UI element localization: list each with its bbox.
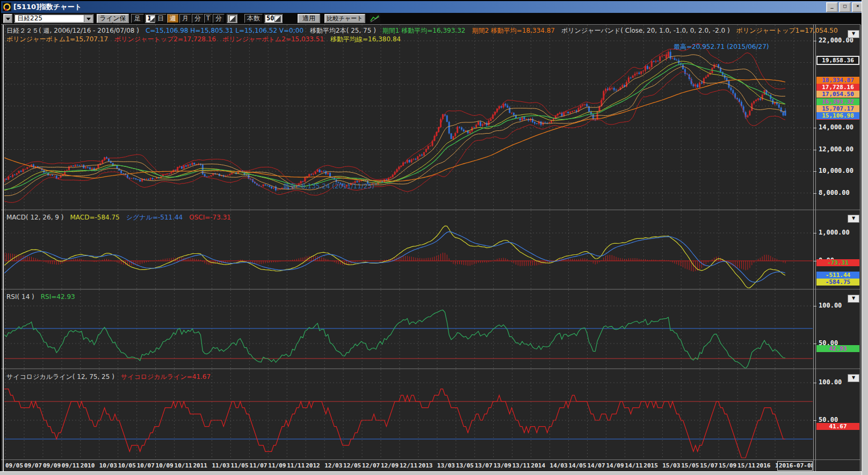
bollinger-bottom1-line <box>4 67 785 196</box>
rsi-grid <box>4 290 813 368</box>
x-axis-label: 10/09 <box>156 462 173 469</box>
x-axis-label: 10/07 <box>137 462 155 469</box>
x-axis-label: 11/03 <box>212 462 229 469</box>
price-axis-tickmark <box>813 128 816 128</box>
macd-histogram <box>4 253 785 272</box>
x-axis-label: 12/11 <box>400 462 417 469</box>
x-axis-label: 14/07 <box>587 462 605 469</box>
x-axis-label: 14/05 <box>569 462 587 469</box>
legend-segment: ボリンジャートップ2=17,728.16 <box>114 35 216 43</box>
legend-segment: ボリンジャートップ1=17,054.50 <box>736 27 838 34</box>
price-axis-tick: 12,000.00 <box>819 145 859 153</box>
x-axis-label: 09/11 <box>62 462 79 469</box>
x-axis-label: 11/05 <box>230 462 248 469</box>
x-axis-label: 13/09 <box>494 462 511 469</box>
price-axis-tick: 10,000.00 <box>819 167 859 174</box>
x-axis-label: 13/05 <box>456 462 474 469</box>
window-border-left <box>3 25 4 471</box>
price-legend-2: ボリンジャーボトム1=15,707.17ボリンジャートップ2=17,728.16… <box>6 35 407 42</box>
x-axis-label: 14/09 <box>606 462 624 469</box>
psy-axis-tick: 50.00 <box>819 416 859 423</box>
price-axis-tickmark <box>813 171 816 172</box>
rsi-axis-tickmark <box>813 344 816 344</box>
price-axis-menu-button[interactable]: ▼ <box>848 30 859 38</box>
price-axis-tick: 14,000.00 <box>819 123 859 131</box>
psychological-legend: サイコロジカルライン( 12, 75, 25 )サイコロジカルライン=41.67 <box>6 372 217 380</box>
macd-axis-tickmark <box>813 233 816 233</box>
price-value-badge: 15,106.98 <box>816 112 859 119</box>
legend-segment: ボリンジャーボトム1=15,707.17 <box>6 35 108 43</box>
legend-segment: 期間1 移動平均=16,393.32 <box>382 27 466 34</box>
chart-canvas[interactable]: 最高=20,952.71 (2015/06/27)最安=8,135.24 (20… <box>0 0 868 475</box>
legend-segment: 日経２２５( 週, 2006/12/16 - 2016/07/08 ) <box>6 27 139 34</box>
x-axis-label: 2013 <box>418 462 433 469</box>
legend-segment: 期間2 移動平均=18,334.87 <box>472 27 555 34</box>
x-axis-label: 14/11 <box>625 462 642 469</box>
x-axis-label: 13/07 <box>475 462 493 469</box>
legend-segment: サイコロジカルライン=41.67 <box>121 373 211 381</box>
chart-annotation: 最高=20,952.71 (2015/06/27) <box>674 43 769 50</box>
rsi-value-badge: 42.93 <box>816 345 859 352</box>
x-axis-label: 15/03 <box>662 462 680 469</box>
price-value-badge: 16,393.32 <box>816 98 859 105</box>
x-axis-label: 12/07 <box>362 462 380 469</box>
x-axis-label: 13/03 <box>437 462 455 469</box>
legend-segment: 移動平均2本( 25, 75 ) <box>310 27 376 34</box>
window-border-right <box>862 0 868 475</box>
rsi-axis-menu-button[interactable]: ▼ <box>848 295 859 303</box>
bollinger-top2-line <box>4 43 785 184</box>
psy-value-badge: 41.67 <box>816 423 859 430</box>
rsi-axis-tickmark <box>813 306 816 306</box>
price-high-marker: 19,858.36 <box>816 56 859 65</box>
price-axis-tick: 8,000.00 <box>819 189 859 196</box>
rsi-line <box>4 310 785 369</box>
legend-segment: ボリンジャーボトム2=15,033.51 <box>222 35 324 43</box>
x-axis-label: 09/09 <box>43 462 61 469</box>
x-axis-label: 11/07 <box>249 462 267 469</box>
legend-segment: MACD( 12, 26, 9 ) <box>6 214 63 221</box>
rsi-legend: RSI( 14 )RSI=42.93 <box>6 293 82 301</box>
x-axis-label: 2015 <box>643 462 658 469</box>
psy-axis-tickmark <box>813 383 816 383</box>
x-axis-label: 2016 <box>756 462 771 469</box>
price-value-badge: 15,707.17 <box>816 105 859 112</box>
macd-value-badge: -73.31 <box>816 259 859 266</box>
bollinger-bottom2-line <box>4 72 785 203</box>
x-axis-label: 2011 <box>193 462 208 469</box>
legend-segment: OSCI=-73.31 <box>189 214 231 221</box>
price-axis-tickmark <box>813 41 816 41</box>
chart-annotation: 最安=8,135.24 (2011/11/25) <box>283 182 374 190</box>
candle-bodies-down <box>5 52 786 191</box>
price-value-badge: 17,054.50 <box>816 91 859 98</box>
rsi-axis-tick: 100.00 <box>819 302 859 309</box>
x-axis-label: 12/03 <box>324 462 342 469</box>
price-grid <box>4 25 813 209</box>
macd-axis-menu-button[interactable]: ▼ <box>848 215 859 223</box>
legend-segment: ボリンジャーバンド( Close, 20, 1.0, -1.0, 0, 2.0,… <box>561 27 730 34</box>
x-axis-label: 2012 <box>306 462 320 469</box>
window-border-bottom <box>0 471 862 475</box>
legend-segment: シグナル=-511.44 <box>126 214 183 221</box>
macd-grid <box>4 210 813 289</box>
price-value-badge: 17,728.16 <box>816 84 859 91</box>
legend-segment: サイコロジカルライン( 12, 75, 25 ) <box>6 373 114 381</box>
x-axis-label: 2014 <box>531 462 546 469</box>
x-axis-label: 10/05 <box>118 462 136 469</box>
x-axis-label: 11/09 <box>268 462 286 469</box>
x-axis-label: 15/11 <box>737 462 755 469</box>
x-axis-label: 15/05 <box>681 462 699 469</box>
legend-segment: 移動平均線=16,380.84 <box>330 35 401 43</box>
macd-axis-tick: 1,000.00 <box>819 229 859 236</box>
macd-legend: MACD( 12, 26, 9 )MACD=-584.75シグナル=-511.4… <box>6 213 237 221</box>
x-axis-label: 09/05 <box>5 462 23 469</box>
psy-axis-tickmark <box>813 420 816 421</box>
psy-axis-menu-button[interactable]: ▼ <box>848 374 859 382</box>
x-axis-label: 12/05 <box>343 462 361 469</box>
price-legend-1: 日経２２５( 週, 2006/12/16 - 2016/07/08 )C=15,… <box>6 26 844 34</box>
candle-wicks-down <box>6 49 785 192</box>
x-axis-label: 09/07 <box>24 462 42 469</box>
x-axis-end-date-box: 2016-07-08 <box>777 461 813 471</box>
legend-segment: C=15,106.98 H=15,805.31 L=15,106.52 V=0;… <box>146 27 303 34</box>
macd-value-badge: -511.44 <box>816 272 859 279</box>
x-axis-label: 15/07 <box>700 462 718 469</box>
